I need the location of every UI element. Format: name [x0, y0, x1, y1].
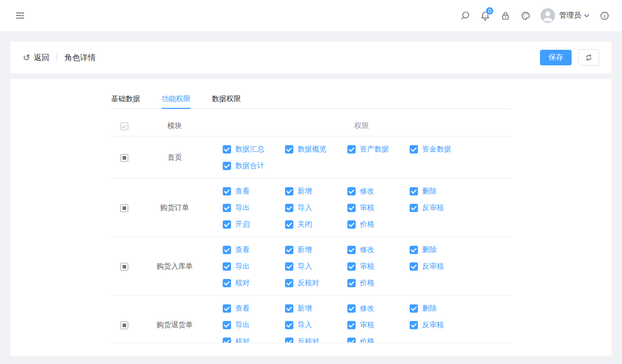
checkbox-checked-icon [410, 187, 418, 195]
tab-0[interactable]: 基础数据 [111, 89, 140, 108]
back-button[interactable]: ↺ 返回 [23, 53, 49, 63]
permission-checkbox[interactable]: 查看 [212, 300, 275, 317]
permission-checkbox[interactable]: 审核 [337, 317, 399, 333]
checkbox-checked-icon [410, 304, 418, 313]
permission-checkbox[interactable]: 查看 [212, 183, 275, 200]
theme-palette-icon[interactable] [520, 10, 531, 21]
permission-checkbox[interactable]: 核对 [212, 333, 275, 343]
search-icon[interactable] [459, 10, 470, 21]
permission-checkbox[interactable]: 价格 [337, 333, 399, 343]
refresh-icon [585, 53, 593, 62]
permission-checkbox[interactable]: 查看 [212, 242, 275, 258]
permission-checkbox[interactable]: 关闭 [275, 216, 337, 233]
permission-label: 新增 [298, 245, 312, 255]
permission-checkbox[interactable]: 修改 [337, 183, 399, 200]
table-body: 首页数据汇总数据概览资产数据资金数据数据合计购货订单查看新增修改删除导出导入审核… [111, 136, 511, 343]
permission-header: 权限 [212, 121, 511, 131]
permission-checkbox[interactable]: 价格 [337, 275, 399, 291]
permission-checkbox[interactable]: 反核对 [275, 333, 337, 343]
checkbox-checked-icon [347, 304, 356, 313]
permission-label: 审核 [360, 262, 374, 271]
permission-checkbox[interactable]: 反审核 [399, 258, 462, 275]
save-button[interactable]: 保存 [540, 50, 572, 65]
checkbox-checked-icon [285, 145, 293, 153]
username: 管理员 [559, 11, 581, 20]
checkbox-checked-icon [223, 279, 231, 287]
table-row: 购货入库单查看新增修改删除导出导入审核反审核核对反核对价格 [111, 237, 511, 296]
permission-checkbox[interactable]: 数据合计 [212, 158, 275, 174]
module-checkbox-indeterminate[interactable] [120, 321, 128, 329]
checkbox-checked-icon [347, 187, 356, 195]
select-all-checkbox[interactable] [120, 122, 128, 130]
lock-icon[interactable] [500, 10, 510, 21]
permission-label: 导入 [298, 203, 312, 213]
permission-checkbox[interactable]: 资金数据 [399, 141, 462, 158]
permission-label: 审核 [360, 320, 374, 330]
title-divider [57, 54, 57, 62]
permission-label: 价格 [360, 220, 374, 229]
checkbox-checked-icon [285, 338, 293, 343]
permission-checkbox[interactable]: 审核 [337, 258, 399, 275]
table-row: 首页数据汇总数据概览资产数据资金数据数据合计 [111, 136, 511, 178]
permission-label: 开启 [235, 220, 250, 229]
permission-checkbox[interactable]: 反审核 [399, 317, 462, 333]
permission-checkbox[interactable]: 删除 [399, 242, 462, 258]
tab-1[interactable]: 功能权限 [161, 89, 191, 108]
permission-label: 数据汇总 [235, 145, 264, 154]
permission-checkbox[interactable]: 审核 [337, 200, 399, 216]
permission-checkbox[interactable]: 价格 [337, 216, 399, 233]
permission-label: 删除 [422, 187, 437, 196]
permission-checkbox[interactable]: 新增 [275, 183, 337, 200]
avatar [540, 8, 555, 23]
permission-checkbox[interactable]: 修改 [337, 242, 399, 258]
permission-checkbox[interactable]: 导出 [212, 317, 275, 333]
permission-checkbox[interactable]: 导入 [275, 317, 337, 333]
menu-fold-icon[interactable] [16, 11, 25, 20]
module-checkbox-indeterminate[interactable] [120, 154, 128, 162]
checkbox-checked-icon [410, 321, 418, 329]
permission-checkbox[interactable]: 资产数据 [337, 141, 399, 158]
permission-checkbox[interactable]: 开启 [212, 216, 275, 233]
permission-checkbox[interactable]: 导入 [275, 258, 337, 275]
permission-label: 数据概览 [298, 145, 327, 154]
checkbox-checked-icon [347, 246, 356, 254]
permission-checkbox[interactable]: 反审核 [399, 200, 462, 216]
table-header: 模块 权限 [111, 116, 511, 136]
page-title: 角色详情 [64, 53, 96, 63]
permission-checkbox[interactable]: 新增 [275, 242, 337, 258]
checkbox-checked-icon [347, 338, 356, 343]
checkbox-checked-icon [285, 204, 293, 212]
permission-label: 新增 [298, 187, 312, 196]
permission-checkbox[interactable]: 删除 [399, 300, 462, 317]
checkbox-checked-icon [347, 220, 356, 229]
permission-checkbox[interactable]: 反核对 [275, 275, 337, 291]
permission-checkbox[interactable]: 导出 [212, 200, 275, 216]
permission-checkbox[interactable]: 导入 [275, 200, 337, 216]
module-name: 首页 [137, 153, 212, 162]
permission-label: 数据合计 [235, 161, 264, 171]
permission-label: 删除 [422, 245, 437, 255]
module-checkbox-indeterminate[interactable] [120, 263, 128, 271]
checkbox-checked-icon [223, 220, 231, 229]
permission-checkbox[interactable]: 删除 [399, 183, 462, 200]
info-icon[interactable] [599, 10, 610, 21]
permission-checkbox[interactable]: 新增 [275, 300, 337, 317]
checkbox-checked-icon [285, 246, 293, 254]
permission-checkbox[interactable]: 修改 [337, 300, 399, 317]
checkbox-checked-icon [285, 304, 293, 313]
module-checkbox-indeterminate[interactable] [120, 204, 128, 212]
checkbox-checked-icon [410, 246, 418, 254]
checkbox-checked-icon [347, 204, 356, 212]
permission-checkbox[interactable]: 核对 [212, 275, 275, 291]
permission-checkbox[interactable]: 导出 [212, 258, 275, 275]
permission-checkbox[interactable]: 数据汇总 [212, 141, 275, 158]
permission-checkbox[interactable]: 数据概览 [275, 141, 337, 158]
tab-2[interactable]: 数据权限 [212, 89, 241, 108]
refresh-button[interactable] [578, 49, 599, 66]
permission-label: 反审核 [422, 262, 444, 271]
permission-label: 查看 [235, 245, 250, 255]
permission-label: 删除 [422, 304, 437, 313]
notification-bell-icon[interactable]: 0 [480, 10, 490, 21]
permission-label: 核对 [235, 337, 250, 343]
user-menu[interactable]: 管理员 [540, 8, 589, 23]
